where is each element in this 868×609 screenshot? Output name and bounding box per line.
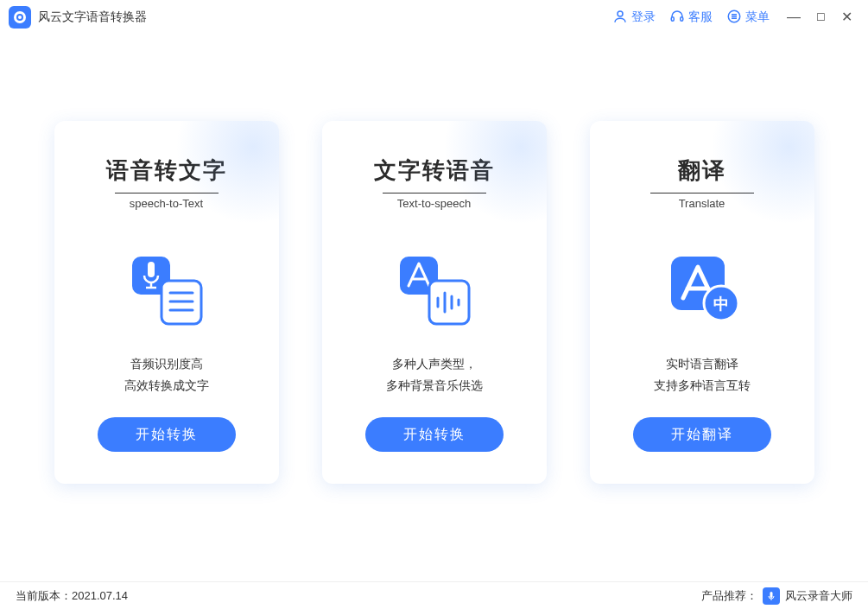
card-subtitle: Translate (650, 193, 754, 215)
service-label: 客服 (688, 10, 713, 25)
top-nav: 登录 客服 菜单 (612, 9, 770, 27)
speech-to-text-icon (124, 241, 210, 336)
svg-rect-4 (671, 16, 674, 21)
svg-text:中: 中 (713, 295, 729, 313)
menu-icon (726, 9, 742, 27)
footer-bar: 当前版本： 2021.07.14 产品推荐： 风云录音大师 (0, 581, 868, 609)
svg-point-2 (18, 16, 22, 19)
svg-rect-27 (770, 592, 773, 598)
login-label: 登录 (631, 10, 656, 25)
main-content: 语音转文字 speech-to-Text 音频识别度高 高效转换成文字 开始转换… (0, 35, 868, 484)
svg-rect-11 (148, 262, 155, 277)
recommend-product-icon (763, 587, 780, 605)
card-title: 翻译 (678, 155, 726, 186)
titlebar: 风云文字语音转换器 登录 客服 菜单 — ☐ ✕ (0, 0, 868, 35)
card-subtitle: Text-to-speech (383, 193, 486, 215)
recommend-product-link[interactable]: 风云录音大师 (785, 588, 852, 604)
recommend-label: 产品推荐： (701, 588, 757, 604)
card-subtitle: speech-to-Text (115, 193, 219, 215)
start-convert-button[interactable]: 开始转换 (365, 417, 504, 452)
headset-icon (669, 9, 685, 27)
card-translate: 翻译 Translate 中 实时语言翻译 支持多种语言互转 开始翻译 (590, 121, 814, 484)
card-title: 文字转语音 (374, 155, 495, 186)
start-translate-button[interactable]: 开始翻译 (633, 417, 771, 452)
svg-rect-5 (681, 16, 683, 21)
version-label: 当前版本： (16, 588, 72, 604)
version-value: 2021.07.14 (72, 589, 128, 602)
card-text-to-speech: 文字转语音 Text-to-speech 多种人声类型， 多种背景音乐供选 开始… (322, 121, 547, 484)
start-convert-button[interactable]: 开始转换 (98, 417, 236, 452)
card-description: 实时语言翻译 支持多种语言互转 (654, 353, 751, 396)
svg-rect-19 (429, 281, 469, 324)
app-title: 风云文字语音转换器 (38, 10, 147, 25)
minimize-button[interactable]: — (787, 10, 801, 24)
service-button[interactable]: 客服 (669, 9, 713, 27)
translate-icon: 中 (659, 241, 745, 336)
login-button[interactable]: 登录 (612, 9, 656, 27)
app-logo-icon (9, 6, 31, 29)
svg-point-3 (618, 11, 623, 16)
user-icon (612, 9, 628, 27)
card-description: 多种人声类型， 多种背景音乐供选 (386, 353, 483, 396)
text-to-speech-icon (391, 241, 478, 336)
menu-label: 菜单 (745, 10, 770, 25)
window-controls: — ☐ ✕ (787, 10, 852, 24)
menu-button[interactable]: 菜单 (726, 9, 770, 27)
card-speech-to-text: 语音转文字 speech-to-Text 音频识别度高 高效转换成文字 开始转换 (54, 121, 279, 484)
close-button[interactable]: ✕ (841, 10, 852, 24)
maximize-button[interactable]: ☐ (816, 12, 826, 22)
card-title: 语音转文字 (106, 155, 227, 186)
card-description: 音频识别度高 高效转换成文字 (124, 353, 209, 396)
